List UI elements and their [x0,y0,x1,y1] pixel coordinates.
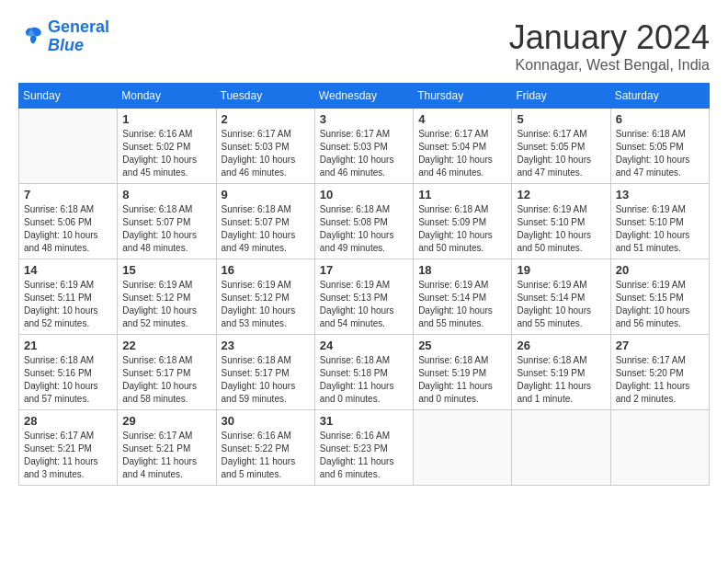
calendar-header-row: SundayMondayTuesdayWednesdayThursdayFrid… [19,84,710,109]
day-info: Sunrise: 6:19 AM Sunset: 5:14 PM Dayligh… [418,279,506,330]
logo-text: General Blue [48,18,109,55]
day-number: 16 [222,263,310,277]
calendar-cell: 23Sunrise: 6:18 AM Sunset: 5:17 PM Dayli… [216,335,314,410]
day-info: Sunrise: 6:19 AM Sunset: 5:12 PM Dayligh… [222,279,310,330]
calendar-cell: 18Sunrise: 6:19 AM Sunset: 5:14 PM Dayli… [414,259,512,335]
calendar-cell [19,109,118,184]
day-info: Sunrise: 6:17 AM Sunset: 5:04 PM Dayligh… [418,128,506,179]
day-number: 26 [517,339,605,352]
day-number: 18 [418,263,506,277]
calendar-cell: 27Sunrise: 6:17 AM Sunset: 5:20 PM Dayli… [610,335,709,410]
calendar-cell: 13Sunrise: 6:19 AM Sunset: 5:10 PM Dayli… [610,184,709,259]
day-info: Sunrise: 6:16 AM Sunset: 5:23 PM Dayligh… [320,430,408,481]
calendar-cell: 7Sunrise: 6:18 AM Sunset: 5:06 PM Daylig… [19,184,118,259]
day-info: Sunrise: 6:19 AM Sunset: 5:14 PM Dayligh… [517,279,605,330]
day-info: Sunrise: 6:17 AM Sunset: 5:03 PM Dayligh… [222,128,310,179]
calendar-cell: 4Sunrise: 6:17 AM Sunset: 5:04 PM Daylig… [414,109,512,184]
day-number: 5 [517,112,605,126]
day-info: Sunrise: 6:18 AM Sunset: 5:17 PM Dayligh… [122,354,210,406]
calendar-cell: 5Sunrise: 6:17 AM Sunset: 5:05 PM Daylig… [512,109,610,184]
location: Konnagar, West Bengal, India [509,57,710,74]
day-info: Sunrise: 6:19 AM Sunset: 5:12 PM Dayligh… [122,279,210,330]
title-block: January 2024 Konnagar, West Bengal, Indi… [509,18,710,74]
day-number: 2 [222,112,310,126]
calendar-cell: 10Sunrise: 6:18 AM Sunset: 5:08 PM Dayli… [314,184,413,259]
day-number: 7 [24,188,112,201]
calendar-cell: 12Sunrise: 6:19 AM Sunset: 5:10 PM Dayli… [512,184,610,259]
calendar-cell: 24Sunrise: 6:18 AM Sunset: 5:18 PM Dayli… [314,335,413,410]
day-number: 23 [222,339,310,352]
day-info: Sunrise: 6:17 AM Sunset: 5:21 PM Dayligh… [122,430,210,481]
calendar-cell: 9Sunrise: 6:18 AM Sunset: 5:07 PM Daylig… [216,184,314,259]
calendar-cell [610,410,709,486]
day-number: 4 [418,112,506,126]
calendar-cell: 16Sunrise: 6:19 AM Sunset: 5:12 PM Dayli… [216,259,314,335]
weekday-header: Monday [118,84,216,109]
weekday-header: Wednesday [314,84,413,109]
day-info: Sunrise: 6:18 AM Sunset: 5:19 PM Dayligh… [517,354,605,406]
day-number: 3 [320,112,408,126]
day-info: Sunrise: 6:18 AM Sunset: 5:18 PM Dayligh… [320,354,408,406]
calendar-cell [414,410,512,486]
day-number: 28 [24,414,112,428]
day-info: Sunrise: 6:17 AM Sunset: 5:20 PM Dayligh… [616,354,704,406]
day-info: Sunrise: 6:18 AM Sunset: 5:19 PM Dayligh… [418,354,506,406]
day-number: 15 [122,263,210,277]
day-number: 25 [418,339,506,352]
calendar-cell: 14Sunrise: 6:19 AM Sunset: 5:11 PM Dayli… [19,259,118,335]
day-info: Sunrise: 6:19 AM Sunset: 5:13 PM Dayligh… [320,279,408,330]
day-number: 9 [222,188,310,201]
day-number: 14 [24,263,112,277]
calendar-cell: 11Sunrise: 6:18 AM Sunset: 5:09 PM Dayli… [414,184,512,259]
calendar-week-row: 7Sunrise: 6:18 AM Sunset: 5:06 PM Daylig… [19,184,710,259]
calendar-table: SundayMondayTuesdayWednesdayThursdayFrid… [18,83,710,486]
day-number: 19 [517,263,605,277]
day-info: Sunrise: 6:19 AM Sunset: 5:10 PM Dayligh… [517,203,605,255]
day-info: Sunrise: 6:18 AM Sunset: 5:08 PM Dayligh… [320,203,408,255]
day-info: Sunrise: 6:17 AM Sunset: 5:05 PM Dayligh… [517,128,605,179]
weekday-header: Tuesday [216,84,314,109]
day-info: Sunrise: 6:17 AM Sunset: 5:03 PM Dayligh… [320,128,408,179]
calendar-week-row: 28Sunrise: 6:17 AM Sunset: 5:21 PM Dayli… [19,410,710,486]
day-number: 6 [616,112,704,126]
day-info: Sunrise: 6:18 AM Sunset: 5:05 PM Dayligh… [616,128,704,179]
day-number: 22 [122,339,210,352]
calendar-cell: 29Sunrise: 6:17 AM Sunset: 5:21 PM Dayli… [118,410,216,486]
day-number: 24 [320,339,408,352]
day-number: 17 [320,263,408,277]
calendar-cell: 15Sunrise: 6:19 AM Sunset: 5:12 PM Dayli… [118,259,216,335]
day-number: 11 [418,188,506,201]
calendar-cell: 21Sunrise: 6:18 AM Sunset: 5:16 PM Dayli… [19,335,118,410]
day-number: 1 [122,112,210,126]
page-header: General Blue January 2024 Konnagar, West… [18,18,710,74]
day-info: Sunrise: 6:18 AM Sunset: 5:06 PM Dayligh… [24,203,112,255]
calendar-week-row: 14Sunrise: 6:19 AM Sunset: 5:11 PM Dayli… [19,259,710,335]
day-info: Sunrise: 6:18 AM Sunset: 5:07 PM Dayligh… [122,203,210,255]
day-info: Sunrise: 6:18 AM Sunset: 5:17 PM Dayligh… [222,354,310,406]
calendar-cell: 25Sunrise: 6:18 AM Sunset: 5:19 PM Dayli… [414,335,512,410]
calendar-cell: 8Sunrise: 6:18 AM Sunset: 5:07 PM Daylig… [118,184,216,259]
calendar-cell: 31Sunrise: 6:16 AM Sunset: 5:23 PM Dayli… [314,410,413,486]
day-number: 10 [320,188,408,201]
day-info: Sunrise: 6:16 AM Sunset: 5:02 PM Dayligh… [122,128,210,179]
logo-icon [18,24,44,50]
weekday-header: Saturday [610,84,709,109]
weekday-header: Thursday [414,84,512,109]
day-info: Sunrise: 6:19 AM Sunset: 5:11 PM Dayligh… [24,279,112,330]
calendar-cell: 17Sunrise: 6:19 AM Sunset: 5:13 PM Dayli… [314,259,413,335]
day-info: Sunrise: 6:18 AM Sunset: 5:16 PM Dayligh… [24,354,112,406]
weekday-header: Friday [512,84,610,109]
calendar-week-row: 1Sunrise: 6:16 AM Sunset: 5:02 PM Daylig… [19,109,710,184]
day-info: Sunrise: 6:18 AM Sunset: 5:09 PM Dayligh… [418,203,506,255]
calendar-cell: 19Sunrise: 6:19 AM Sunset: 5:14 PM Dayli… [512,259,610,335]
calendar-cell: 22Sunrise: 6:18 AM Sunset: 5:17 PM Dayli… [118,335,216,410]
calendar-cell [512,410,610,486]
day-number: 20 [616,263,704,277]
day-info: Sunrise: 6:19 AM Sunset: 5:10 PM Dayligh… [616,203,704,255]
calendar-cell: 2Sunrise: 6:17 AM Sunset: 5:03 PM Daylig… [216,109,314,184]
logo: General Blue [18,18,109,55]
day-number: 13 [616,188,704,201]
day-number: 12 [517,188,605,201]
day-info: Sunrise: 6:16 AM Sunset: 5:22 PM Dayligh… [222,430,310,481]
day-number: 29 [122,414,210,428]
